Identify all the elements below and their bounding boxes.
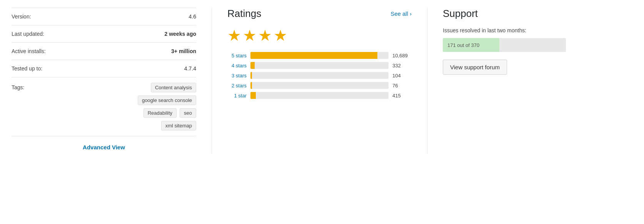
rating-bar-track [250,62,389,69]
rating-bar-track [250,72,389,79]
active-installs-value: 3+ million [171,48,196,54]
rating-bar-fill [250,72,252,79]
last-updated-value: 2 weeks ago [165,31,197,37]
version-row: Version: 4.6 [12,8,196,25]
rating-bars: 5 stars10,6894 stars3323 stars1042 stars… [227,52,412,99]
star-icon: ★ [243,27,257,44]
rating-bar-label[interactable]: 3 stars [227,73,247,79]
version-label: Version: [12,13,31,20]
rating-bar-count: 10,689 [392,53,412,59]
rating-bar-track [250,82,389,89]
rating-bar-row: 3 stars104 [227,72,412,79]
last-updated-row: Last updated: 2 weeks ago [12,25,196,43]
ratings-header: Ratings See all › [227,8,412,20]
star-icon: ★ [258,27,272,44]
rating-bar-count: 415 [392,93,412,99]
active-installs-label: Active installs: [12,48,46,54]
see-all-label: See all [390,10,408,17]
rating-bar-row: 5 stars10,689 [227,52,412,59]
support-column: Support Issues resolved in last two mont… [427,8,632,154]
tags-container: Content analysisgoogle search consoleRea… [138,83,196,130]
see-all-chevron: › [410,10,412,17]
tags-row-inner: Readabilityseo [143,108,196,118]
rating-bar-fill [250,92,256,99]
tag[interactable]: xml sitemap [161,121,196,130]
issues-label: Issues resolved in last two months: [443,27,632,33]
rating-bar-fill [250,52,377,59]
tags-row-inner: Content analysis [151,83,196,92]
support-progress-fill: 171 out of 370 [443,38,499,52]
tested-up-to-label: Tested up to: [12,65,42,72]
tag[interactable]: Readability [143,108,177,118]
rating-bar-track [250,52,389,59]
tested-up-to-row: Tested up to: 4.7.4 [12,60,196,77]
stars-display: ★★★★ [227,27,412,44]
rating-bar-label[interactable]: 1 star [227,93,247,99]
rating-bar-row: 2 stars76 [227,82,412,89]
active-installs-row: Active installs: 3+ million [12,43,196,60]
tested-up-to-value: 4.7.4 [184,65,196,72]
left-column: Version: 4.6 Last updated: 2 weeks ago A… [12,8,212,154]
tag[interactable]: Content analysis [151,83,196,92]
rating-bar-track [250,92,389,99]
main-layout: Version: 4.6 Last updated: 2 weeks ago A… [12,8,632,154]
rating-bar-row: 1 star415 [227,92,412,99]
advanced-view-link[interactable]: Advanced View [12,136,196,154]
support-progress-track: 171 out of 370 [443,38,566,52]
star-icon: ★ [227,27,241,44]
rating-bar-label[interactable]: 4 stars [227,63,247,69]
rating-bar-label[interactable]: 2 stars [227,83,247,89]
ratings-column: Ratings See all › ★★★★ 5 stars10,6894 st… [212,8,427,154]
tag[interactable]: google search console [138,95,196,105]
rating-bar-row: 4 stars332 [227,62,412,69]
last-updated-label: Last updated: [12,31,44,37]
version-value: 4.6 [189,13,196,20]
ratings-title: Ratings [227,8,261,20]
view-support-forum-button[interactable]: View support forum [443,60,507,75]
tags-row-inner: xml sitemap [161,121,196,130]
tags-row: Tags: Content analysisgoogle search cons… [12,77,196,136]
rating-bar-fill [250,82,252,89]
rating-bar-count: 76 [392,83,412,89]
tags-label: Tags: [12,83,24,90]
star-icon: ★ [274,27,287,44]
tag[interactable]: seo [180,108,196,118]
rating-bar-fill [250,62,255,69]
rating-bar-count: 332 [392,63,412,69]
support-title: Support [443,8,632,20]
rating-bar-label[interactable]: 5 stars [227,53,247,59]
rating-bar-count: 104 [392,73,412,79]
see-all-link[interactable]: See all › [390,10,412,17]
support-progress-text: 171 out of 370 [447,42,479,48]
tags-row-inner: google search console [138,95,196,105]
